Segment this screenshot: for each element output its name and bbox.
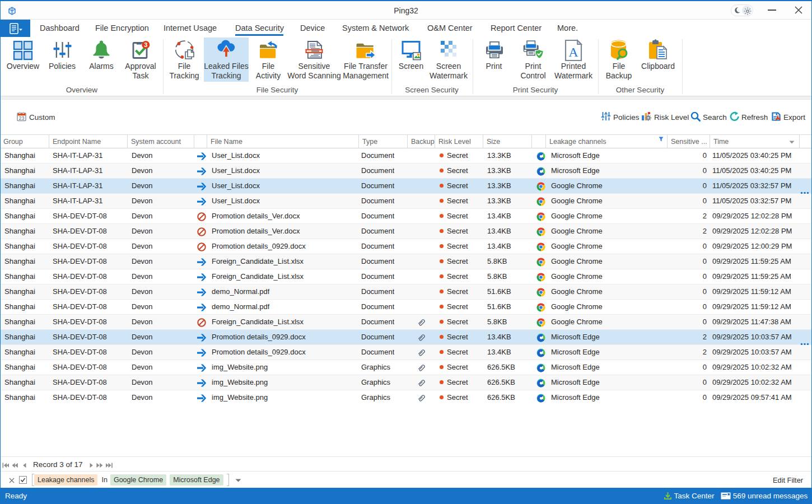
svg-text:A: A [568,45,578,59]
svg-text:23: 23 [19,115,25,121]
svg-text:3: 3 [144,41,147,48]
